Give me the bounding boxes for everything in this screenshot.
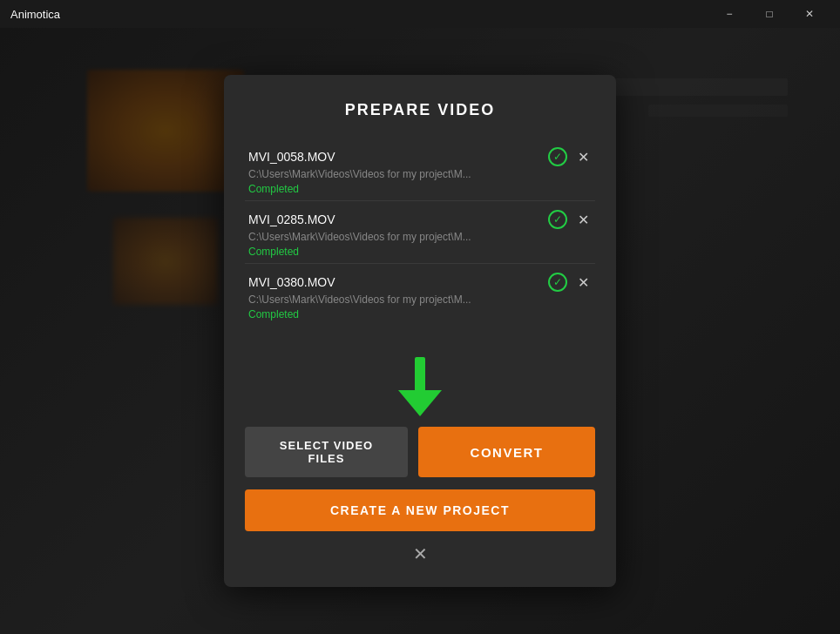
window-controls: − □ ✕ (709, 0, 830, 28)
minimize-button[interactable]: − (709, 0, 749, 28)
dialog-title: PREPARE VIDEO (245, 101, 595, 119)
action-buttons-row: SELECT VIDEO FILES CONVERT (245, 427, 595, 477)
modal-backdrop: PREPARE VIDEO MVI_0058.MOV ✓ ✕ C:\Users\… (0, 28, 840, 634)
file-status-2: Completed (248, 246, 592, 258)
maximize-button[interactable]: □ (749, 0, 789, 28)
dialog: PREPARE VIDEO MVI_0058.MOV ✓ ✕ C:\Users\… (224, 75, 616, 587)
file-list: MVI_0058.MOV ✓ ✕ C:\Users\Mark\Videos\Vi… (245, 140, 595, 326)
dialog-close-area[interactable]: ✕ (245, 545, 595, 563)
dialog-close-icon[interactable]: ✕ (413, 545, 428, 563)
select-video-files-button[interactable]: SELECT VIDEO FILES (245, 427, 408, 477)
file-name-3: MVI_0380.MOV (248, 275, 548, 289)
file-item-3: MVI_0380.MOV ✓ ✕ C:\Users\Mark\Videos\Vi… (245, 266, 595, 326)
file-path-1: C:\Users\Mark\Videos\Videos for my proje… (248, 168, 592, 180)
file-item-1: MVI_0058.MOV ✓ ✕ C:\Users\Mark\Videos\Vi… (245, 140, 595, 201)
remove-file-2-button[interactable]: ✕ (574, 211, 592, 228)
file-path-2: C:\Users\Mark\Videos\Videos for my proje… (248, 231, 592, 243)
window-close-button[interactable]: ✕ (789, 0, 830, 28)
file-path-3: C:\Users\Mark\Videos\Videos for my proje… (248, 293, 592, 306)
svg-marker-1 (398, 390, 442, 416)
title-bar: Animotica − □ ✕ (0, 0, 840, 28)
down-arrow-icon (398, 357, 442, 418)
file-status-3: Completed (248, 308, 592, 320)
remove-file-3-button[interactable]: ✕ (574, 273, 592, 291)
check-icon-2: ✓ (548, 210, 567, 229)
file-status-1: Completed (248, 183, 592, 195)
file-name-2: MVI_0285.MOV (248, 212, 548, 226)
check-icon-3: ✓ (548, 273, 567, 292)
check-icon-1: ✓ (548, 147, 567, 166)
remove-file-1-button[interactable]: ✕ (574, 148, 592, 165)
file-actions-1: ✓ ✕ (548, 147, 592, 166)
down-arrow-area (245, 340, 595, 427)
convert-button[interactable]: CONVERT (418, 427, 595, 477)
file-name-1: MVI_0058.MOV (248, 150, 548, 164)
file-actions-2: ✓ ✕ (548, 210, 592, 229)
svg-rect-0 (415, 357, 425, 394)
app-title: Animotica (10, 8, 60, 21)
create-new-project-button[interactable]: CREATE A NEW PROJECT (245, 489, 595, 531)
file-actions-3: ✓ ✕ (548, 273, 592, 292)
file-item-2: MVI_0285.MOV ✓ ✕ C:\Users\Mark\Videos\Vi… (245, 203, 595, 264)
